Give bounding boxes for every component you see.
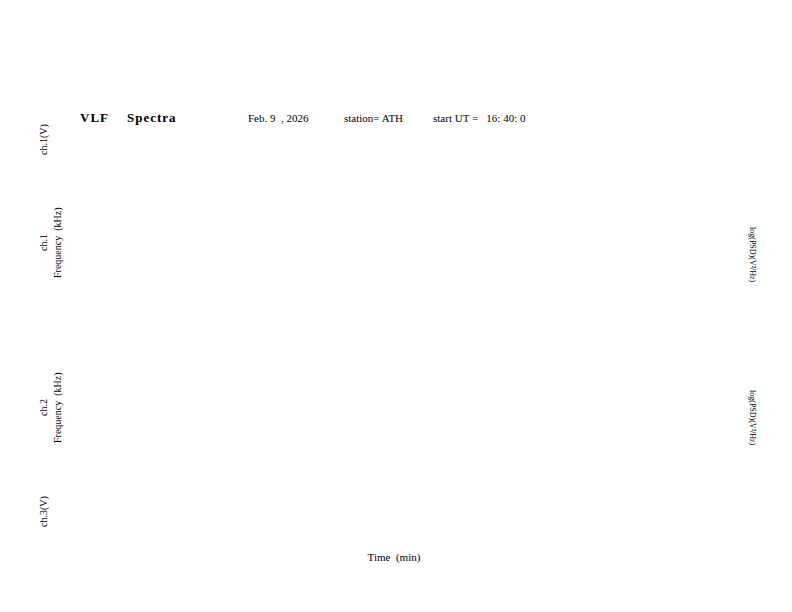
spec1-frequency-axis-label: Frequency (kHz) [52, 163, 63, 322]
vlf-spectra-figure: VLF Spectra Feb. 9 , 2026 station= ATH s… [0, 0, 792, 612]
ch3-voltage-axis-label: ch.3(V) [38, 486, 49, 538]
figure-date: Feb. 9 , 2026 [248, 112, 309, 124]
start-ut-label: start UT = 16: 40: 0 [433, 112, 525, 124]
colorbar2-axis-label: log(PSD)(V²/Hz) [748, 363, 757, 473]
spec1-channel-axis-label: ch.1 [38, 163, 49, 322]
spec2-frequency-axis-label: Frequency (kHz) [52, 328, 63, 487]
time-axis-label: Time (min) [334, 551, 454, 563]
spectra-plot-canvas [0, 0, 792, 612]
colorbar1-axis-label: log(PSD)(V²/Hz) [748, 200, 757, 310]
station-label: station= ATH [344, 112, 403, 124]
figure-title: VLF Spectra [80, 110, 177, 126]
ch1-voltage-axis-label: ch.1(V) [38, 114, 49, 166]
spec2-channel-axis-label: ch.2 [38, 328, 49, 487]
